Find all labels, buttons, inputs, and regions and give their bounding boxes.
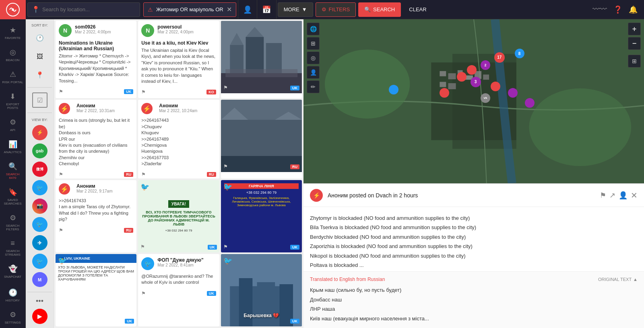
search-tag-close[interactable]: ✕ <box>227 6 232 13</box>
filter-gab[interactable]: gab <box>32 144 47 159</box>
card-anon-2[interactable]: ⚡ Аноним Mar 2 2022, 10:24am >>264167443… <box>138 100 219 178</box>
card-twitter-ukraine[interactable]: 🇺🇦 LVIV, UKRAINE ХТО ЗІ ЛЬВОВА, МОЖЕТЕ Н… <box>56 254 136 326</box>
filter-twitter[interactable]: 🐦 <box>32 180 47 195</box>
body-fop: @ORazumnij @taranenko and? The whole of … <box>138 273 219 289</box>
sidebar-item-favorite[interactable]: ★ FAVORITE <box>0 23 25 43</box>
detail-panel: ⚡ Аноним posted on Dvach in 2 hours ⚑ ↗ … <box>303 183 644 328</box>
sort-location-button[interactable]: 📍 <box>32 67 47 82</box>
location-search-input[interactable] <box>42 6 136 12</box>
map-pin-5[interactable] <box>508 88 518 98</box>
detail-external-link-button[interactable]: ↗ <box>609 191 615 200</box>
help-icon[interactable]: ❓ <box>613 5 622 14</box>
notification-icon[interactable]: 🔔 <box>629 5 638 14</box>
flag-powersoul[interactable]: ⚑ <box>141 89 146 95</box>
flag-anon-2[interactable]: ⚑ <box>141 172 146 177</box>
svg-rect-31 <box>483 74 489 80</box>
filter-dvach[interactable]: ⚡ <box>32 125 47 140</box>
map-zoom-in[interactable]: + <box>628 23 641 35</box>
calendar-button[interactable]: 📅 <box>257 0 277 19</box>
card-barashevka[interactable]: Барышевка 💔 UK 🐦 <box>221 254 302 326</box>
card-anon-1[interactable]: ⚡ Аноним Mar 2 2022, 10:31am Crimea is o… <box>56 100 136 178</box>
detail-user-button[interactable]: 👤 <box>619 191 627 200</box>
map-layer-toggle[interactable]: ⊞ <box>628 55 641 68</box>
ukraine-contact: +38 032 294 80 79 <box>165 229 192 232</box>
filters-button[interactable]: ⚙ FILTERS <box>316 2 356 17</box>
card-lviv-poster[interactable]: ГАРЯЧА ЛІНІЯ +38 032 294 80 79 Галицька,… <box>221 180 302 252</box>
wave-icon[interactable]: 〰〰 <box>592 5 607 14</box>
flag-som0926[interactable]: ⚑ <box>59 89 63 94</box>
map-pin-7[interactable]: 8 <box>515 49 524 58</box>
map-layers-button[interactable]: ◎ <box>307 51 320 64</box>
detail-flag-button[interactable]: ⚑ <box>600 191 606 200</box>
flag-fop[interactable]: ⚑ <box>141 291 146 296</box>
map-cluster-17[interactable]: 17 <box>494 52 505 63</box>
card-image-1[interactable]: UK ⚑ <box>221 21 302 98</box>
sidebar-item-risk-portal[interactable]: ⚠ RISK PORTAL <box>0 67 25 87</box>
lang-badge-fop: UK <box>207 291 216 296</box>
filter-weibo[interactable]: 微博 <box>32 162 47 177</box>
sidebar-item-snapchat[interactable]: 👻 SNAPCHAT <box>0 261 25 282</box>
sidebar-item-settings[interactable]: ⚙ SETTINGS <box>0 307 25 328</box>
map-pin-8[interactable] <box>389 85 398 94</box>
filter-instagram[interactable]: 📸 <box>32 199 47 214</box>
filter-mastodon[interactable]: M <box>32 272 47 287</box>
trans-line-2: Донбасс наш <box>310 295 638 304</box>
sidebar-item-history[interactable]: 🕐 HISTORY <box>0 285 25 305</box>
select-all-checkbox[interactable]: ☑ <box>32 92 47 108</box>
filter-twitter-3[interactable]: 🐦 <box>32 254 47 269</box>
map-pin-3[interactable] <box>457 72 466 82</box>
detail-close-button[interactable]: ✕ <box>631 191 638 200</box>
flag-ukraine[interactable]: ⚑ <box>140 243 145 250</box>
sidebar-item-search-streams[interactable]: ≡ SEARCH STREAMS <box>0 236 25 260</box>
card-fop[interactable]: 🐦 ФОП "Дуже дякую" Mar 2 2022, 8:41am @O… <box>138 254 219 326</box>
lang-badge-barashevka: UK <box>290 317 299 324</box>
clear-button[interactable]: CLEAR <box>403 2 432 17</box>
map-person-button[interactable]: 👤 <box>307 66 320 79</box>
detail-original-text-button[interactable]: ORIGINAL TEXT ▲ <box>598 277 638 282</box>
username-som0926: som0926 <box>75 24 133 30</box>
filter-twitter-2[interactable]: 🐦 <box>32 217 47 232</box>
filter-telegram[interactable]: ✈ <box>32 235 47 250</box>
more-button[interactable]: MORE ▼ <box>278 2 313 17</box>
map-zoom-out[interactable]: − <box>628 37 641 50</box>
sidebar-label-favorite: FAVORITE <box>5 36 21 40</box>
map-panel: 2 17 3 8 vk 🌐 ⊞ ◎ 👤 ✏ <box>303 19 644 328</box>
card-som0926[interactable]: N som0926 Mar 2 2022, 4:00pm Nominations… <box>56 21 136 98</box>
sidebar-item-export-posts[interactable]: ⬇ EXPORT POSTS <box>0 89 25 113</box>
svg-rect-9 <box>225 69 297 77</box>
sort-time-button[interactable]: 🕐 <box>32 31 47 46</box>
map-edit-button[interactable]: ✏ <box>307 80 320 93</box>
saved-icon: 🔖 <box>8 188 17 197</box>
map-pin-6[interactable] <box>525 98 535 108</box>
sort-image-button[interactable]: 🖼 <box>32 49 47 64</box>
more-networks-button[interactable]: ••• <box>36 297 43 305</box>
search-button[interactable]: 🔍 SEARCH <box>358 2 401 17</box>
map-cluster-3[interactable]: 3 <box>471 77 481 87</box>
flag-img1[interactable]: ⚑ <box>223 84 228 91</box>
map-container[interactable]: 2 17 3 8 vk 🌐 ⊞ ◎ 👤 ✏ <box>303 19 644 183</box>
card-image-2[interactable]: RU ⚑ <box>221 100 302 178</box>
card-ukraine-notice[interactable]: УВАГА! ВСІ, ХТО ПОТРЕБУЄ ТИМЧАСОВОГО ПРО… <box>138 180 219 252</box>
sidebar-item-analytics[interactable]: 📊 ANALYTICS <box>0 137 25 157</box>
card-anon-3[interactable]: ⚡ Аноним Mar 2 2022, 9:17am >>264167433 … <box>56 180 136 252</box>
sidebar-item-saved-searches[interactable]: 🔖 SAVED SEARCHES <box>0 184 25 209</box>
date-fop: Mar 2 2022, 8:41am <box>157 263 216 267</box>
card-powersoul[interactable]: N powersoul Mar 2 2022, 4:00pm Use it as… <box>138 21 219 98</box>
map-pin-2[interactable]: 2 <box>481 60 490 70</box>
flag-img2[interactable]: ⚑ <box>223 162 228 170</box>
user-button[interactable]: 👤 <box>238 0 257 19</box>
location-search[interactable]: 📍 <box>27 2 140 17</box>
map-pin-vk[interactable]: vk <box>481 93 490 103</box>
sidebar-item-search-filters[interactable]: ⚙ SEARCH FILTERS <box>0 210 25 234</box>
flag-lviv[interactable]: ⚑ <box>223 243 228 250</box>
sidebar-label-api: API <box>10 128 15 132</box>
app-logo[interactable] <box>0 0 26 19</box>
flag-anon-3[interactable]: ⚑ <box>59 228 63 233</box>
map-globe-button[interactable]: 🌐 <box>307 23 320 35</box>
filter-youtube[interactable]: ▶ <box>32 309 47 324</box>
sidebar-item-beacon[interactable]: ◎ BEACON <box>0 45 25 65</box>
sidebar-item-search[interactable]: 🔍 SEARCH6470 <box>0 159 25 183</box>
map-satellite-button[interactable]: ⊞ <box>307 37 320 50</box>
flag-anon-1[interactable]: ⚑ <box>59 172 63 177</box>
sidebar-item-api[interactable]: ⚙ API <box>0 115 25 135</box>
